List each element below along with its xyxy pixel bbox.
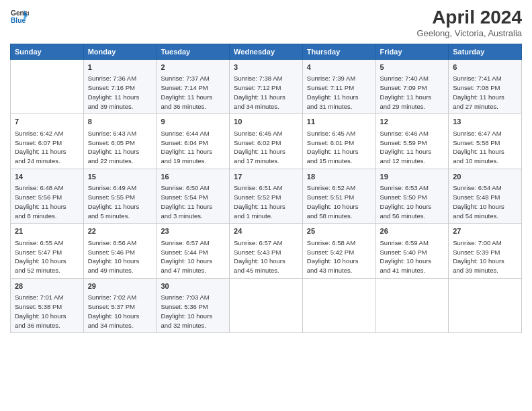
calendar-cell: 20Sunrise: 6:54 AMSunset: 5:48 PMDayligh… bbox=[449, 169, 522, 223]
calendar-cell: 7Sunrise: 6:42 AMSunset: 6:07 PMDaylight… bbox=[11, 114, 84, 169]
calendar-cell: 10Sunrise: 6:45 AMSunset: 6:02 PMDayligh… bbox=[230, 114, 303, 169]
day-number: 10 bbox=[234, 117, 298, 127]
day-info: Sunrise: 6:57 AMSunset: 5:44 PMDaylight:… bbox=[161, 238, 225, 275]
day-number: 7 bbox=[15, 117, 79, 127]
day-info: Sunrise: 6:44 AMSunset: 6:04 PMDaylight:… bbox=[161, 129, 225, 166]
day-info: Sunrise: 6:52 AMSunset: 5:51 PMDaylight:… bbox=[307, 183, 371, 220]
calendar-cell: 5Sunrise: 7:40 AMSunset: 7:09 PMDaylight… bbox=[375, 60, 449, 114]
day-info: Sunrise: 6:53 AMSunset: 5:50 PMDaylight:… bbox=[380, 183, 445, 220]
day-info: Sunrise: 6:58 AMSunset: 5:42 PMDaylight:… bbox=[307, 238, 371, 275]
day-info: Sunrise: 6:57 AMSunset: 5:43 PMDaylight:… bbox=[234, 238, 298, 275]
calendar-table: SundayMondayTuesdayWednesdayThursdayFrid… bbox=[10, 44, 522, 333]
day-info: Sunrise: 7:03 AMSunset: 5:36 PMDaylight:… bbox=[161, 293, 225, 330]
day-info: Sunrise: 6:49 AMSunset: 5:55 PMDaylight:… bbox=[88, 183, 152, 220]
day-info: Sunrise: 6:47 AMSunset: 5:58 PMDaylight:… bbox=[453, 129, 517, 166]
day-number: 14 bbox=[15, 172, 79, 182]
day-info: Sunrise: 7:38 AMSunset: 7:12 PMDaylight:… bbox=[234, 74, 298, 111]
day-number: 23 bbox=[161, 226, 225, 236]
header: General Blue April 2024 Geelong, Victori… bbox=[10, 7, 522, 38]
day-number: 22 bbox=[88, 226, 152, 236]
day-number: 26 bbox=[380, 226, 445, 236]
day-number: 5 bbox=[380, 62, 445, 73]
calendar-cell: 8Sunrise: 6:43 AMSunset: 6:05 PMDaylight… bbox=[83, 114, 157, 169]
svg-marker-3 bbox=[24, 15, 28, 21]
day-number: 16 bbox=[161, 172, 225, 182]
day-number: 18 bbox=[307, 172, 371, 182]
day-info: Sunrise: 7:40 AMSunset: 7:09 PMDaylight:… bbox=[380, 74, 445, 111]
day-info: Sunrise: 6:54 AMSunset: 5:48 PMDaylight:… bbox=[453, 183, 517, 220]
calendar-cell: 6Sunrise: 7:41 AMSunset: 7:08 PMDaylight… bbox=[449, 60, 522, 114]
day-number: 20 bbox=[453, 172, 517, 182]
calendar-cell bbox=[449, 278, 522, 332]
calendar-cell bbox=[302, 278, 375, 332]
day-number: 24 bbox=[234, 226, 298, 236]
col-header-wednesday: Wednesday bbox=[230, 44, 303, 60]
calendar-cell: 3Sunrise: 7:38 AMSunset: 7:12 PMDaylight… bbox=[230, 60, 303, 114]
day-info: Sunrise: 6:43 AMSunset: 6:05 PMDaylight:… bbox=[88, 129, 152, 166]
week-row-1: 1Sunrise: 7:36 AMSunset: 7:16 PMDaylight… bbox=[11, 60, 522, 114]
calendar-cell: 21Sunrise: 6:55 AMSunset: 5:47 PMDayligh… bbox=[11, 224, 84, 278]
day-number: 6 bbox=[453, 62, 517, 73]
calendar-cell: 16Sunrise: 6:50 AMSunset: 5:54 PMDayligh… bbox=[157, 169, 230, 223]
col-header-monday: Monday bbox=[83, 44, 157, 60]
week-row-4: 21Sunrise: 6:55 AMSunset: 5:47 PMDayligh… bbox=[11, 224, 522, 278]
day-number: 8 bbox=[88, 117, 152, 127]
logo: General Blue bbox=[10, 7, 29, 26]
svg-text:Blue: Blue bbox=[11, 17, 26, 24]
day-number: 17 bbox=[234, 172, 298, 182]
day-info: Sunrise: 6:56 AMSunset: 5:46 PMDaylight:… bbox=[88, 238, 152, 275]
calendar-cell: 11Sunrise: 6:45 AMSunset: 6:01 PMDayligh… bbox=[302, 114, 375, 169]
calendar-cell: 17Sunrise: 6:51 AMSunset: 5:52 PMDayligh… bbox=[230, 169, 303, 223]
day-number: 1 bbox=[88, 62, 152, 73]
day-info: Sunrise: 6:51 AMSunset: 5:52 PMDaylight:… bbox=[234, 183, 298, 220]
calendar-cell bbox=[230, 278, 303, 332]
day-number: 19 bbox=[380, 172, 445, 182]
col-header-tuesday: Tuesday bbox=[157, 44, 230, 60]
day-info: Sunrise: 7:36 AMSunset: 7:16 PMDaylight:… bbox=[88, 74, 152, 111]
day-number: 30 bbox=[161, 281, 225, 291]
week-row-3: 14Sunrise: 6:48 AMSunset: 5:56 PMDayligh… bbox=[11, 169, 522, 223]
day-number: 9 bbox=[161, 117, 225, 127]
calendar-cell: 19Sunrise: 6:53 AMSunset: 5:50 PMDayligh… bbox=[375, 169, 449, 223]
day-info: Sunrise: 6:48 AMSunset: 5:56 PMDaylight:… bbox=[15, 183, 79, 220]
calendar-cell: 29Sunrise: 7:02 AMSunset: 5:37 PMDayligh… bbox=[83, 278, 157, 332]
calendar-cell: 24Sunrise: 6:57 AMSunset: 5:43 PMDayligh… bbox=[230, 224, 303, 278]
week-row-2: 7Sunrise: 6:42 AMSunset: 6:07 PMDaylight… bbox=[11, 114, 522, 169]
col-header-friday: Friday bbox=[375, 44, 449, 60]
calendar-cell: 13Sunrise: 6:47 AMSunset: 5:58 PMDayligh… bbox=[449, 114, 522, 169]
day-info: Sunrise: 7:01 AMSunset: 5:38 PMDaylight:… bbox=[15, 293, 79, 330]
calendar-cell: 25Sunrise: 6:58 AMSunset: 5:42 PMDayligh… bbox=[302, 224, 375, 278]
calendar-cell: 15Sunrise: 6:49 AMSunset: 5:55 PMDayligh… bbox=[83, 169, 157, 223]
calendar-cell: 9Sunrise: 6:44 AMSunset: 6:04 PMDaylight… bbox=[157, 114, 230, 169]
day-number: 4 bbox=[307, 62, 371, 73]
calendar-cell: 30Sunrise: 7:03 AMSunset: 5:36 PMDayligh… bbox=[157, 278, 230, 332]
day-number: 13 bbox=[453, 117, 517, 127]
day-info: Sunrise: 6:46 AMSunset: 5:59 PMDaylight:… bbox=[380, 129, 445, 166]
day-info: Sunrise: 6:50 AMSunset: 5:54 PMDaylight:… bbox=[161, 183, 225, 220]
calendar-cell: 28Sunrise: 7:01 AMSunset: 5:38 PMDayligh… bbox=[11, 278, 84, 332]
day-info: Sunrise: 6:42 AMSunset: 6:07 PMDaylight:… bbox=[15, 129, 79, 166]
day-number: 15 bbox=[88, 172, 152, 182]
calendar-cell: 26Sunrise: 6:59 AMSunset: 5:40 PMDayligh… bbox=[375, 224, 449, 278]
day-info: Sunrise: 6:45 AMSunset: 6:02 PMDaylight:… bbox=[234, 129, 298, 166]
logo-icon: General Blue bbox=[10, 7, 29, 26]
calendar-cell: 27Sunrise: 7:00 AMSunset: 5:39 PMDayligh… bbox=[449, 224, 522, 278]
day-number: 27 bbox=[453, 226, 517, 236]
day-number: 21 bbox=[15, 226, 79, 236]
week-row-5: 28Sunrise: 7:01 AMSunset: 5:38 PMDayligh… bbox=[11, 278, 522, 332]
col-header-saturday: Saturday bbox=[449, 44, 522, 60]
day-info: Sunrise: 7:02 AMSunset: 5:37 PMDaylight:… bbox=[88, 293, 152, 330]
day-info: Sunrise: 7:39 AMSunset: 7:11 PMDaylight:… bbox=[307, 74, 371, 111]
day-info: Sunrise: 6:59 AMSunset: 5:40 PMDaylight:… bbox=[380, 238, 445, 275]
calendar-cell: 1Sunrise: 7:36 AMSunset: 7:16 PMDaylight… bbox=[83, 60, 157, 114]
day-info: Sunrise: 7:00 AMSunset: 5:39 PMDaylight:… bbox=[453, 238, 517, 275]
day-number: 12 bbox=[380, 117, 445, 127]
day-number: 25 bbox=[307, 226, 371, 236]
day-info: Sunrise: 6:55 AMSunset: 5:47 PMDaylight:… bbox=[15, 238, 79, 275]
subtitle: Geelong, Victoria, Australia bbox=[416, 28, 522, 38]
day-number: 11 bbox=[307, 117, 371, 127]
calendar-cell: 23Sunrise: 6:57 AMSunset: 5:44 PMDayligh… bbox=[157, 224, 230, 278]
title-block: April 2024 Geelong, Victoria, Australia bbox=[416, 7, 522, 38]
day-number: 3 bbox=[234, 62, 298, 73]
col-header-sunday: Sunday bbox=[11, 44, 84, 60]
